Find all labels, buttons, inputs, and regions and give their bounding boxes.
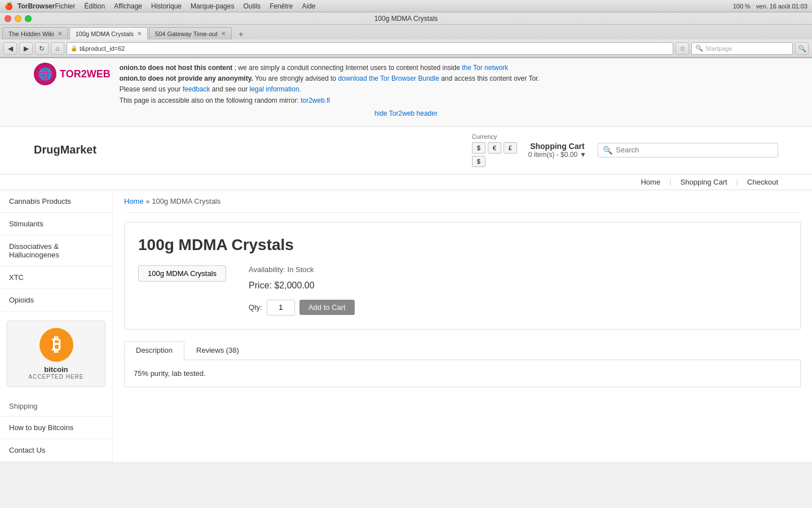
download-link[interactable]: download the Tor Browser Bundle xyxy=(338,75,439,82)
close-button[interactable] xyxy=(5,15,11,22)
sidebar-shipping[interactable]: Shipping xyxy=(0,396,112,417)
bitcoin-icon: ₿ xyxy=(39,328,73,362)
qty-input[interactable] xyxy=(267,300,295,316)
nav-home[interactable]: Home xyxy=(641,178,660,186)
menu-affichage[interactable]: Affichage xyxy=(114,2,142,10)
add-to-cart-button[interactable]: Add to Cart xyxy=(299,300,355,315)
banner-line2: onion.to does not provide any anonymity.… xyxy=(120,73,778,84)
tab-mdma-crystals[interactable]: 100g MDMA Crystals ✕ xyxy=(69,27,148,40)
tab-label: 100g MDMA Crystals xyxy=(76,30,134,37)
tab-close-icon[interactable]: ✕ xyxy=(221,30,226,37)
product-info: Availability: In Stock Price: $2,000.00 … xyxy=(249,265,787,316)
search-go-button[interactable]: 🔍 xyxy=(795,42,809,55)
cart-dropdown-icon[interactable]: ▼ xyxy=(580,151,586,159)
globe-icon: 🌐 xyxy=(34,63,56,85)
hide-header-area: hide Tor2web header xyxy=(34,106,778,121)
breadcrumb-home[interactable]: Home xyxy=(124,197,144,205)
sidebar-item-opioids[interactable]: Opioids xyxy=(0,289,112,312)
tor2web-banner: 🌐 TOR2WEB onion.to does not host this co… xyxy=(0,58,812,126)
menu-edition[interactable]: Édition xyxy=(84,2,105,10)
mirror-text: This page is accessible also on the foll… xyxy=(120,97,301,104)
search-area[interactable]: 🔍 xyxy=(598,143,778,157)
shopping-cart-area: Shopping Cart 0 item(s) - $0.00 ▼ xyxy=(528,142,586,159)
banner-line1: onion.to does not host this content ; we… xyxy=(120,63,778,73)
tor-network-link[interactable]: the Tor network xyxy=(462,64,508,72)
lock-icon: 🔒 xyxy=(70,45,77,51)
sidebar-item-dissociatives[interactable]: Dissociatives & Hallucinogenes xyxy=(0,235,112,266)
store-content: DrugMarket Currency $ € £ $ Shopping Car… xyxy=(0,126,812,462)
tab-close-icon[interactable]: ✕ xyxy=(58,30,62,37)
menu-outils[interactable]: Outils xyxy=(243,2,261,10)
hide-header-link[interactable]: hide Tor2web header xyxy=(374,110,438,117)
currency-selected[interactable]: $ xyxy=(472,156,486,167)
back-button[interactable]: ◀ xyxy=(3,42,17,55)
search-input[interactable] xyxy=(616,146,773,154)
tab-description[interactable]: Description xyxy=(124,341,184,360)
mac-os-bar: 🍎 TorBrowser Fichier Édition Affichage H… xyxy=(0,0,812,12)
mirror-link[interactable]: tor2web.fi xyxy=(301,97,330,104)
sidebar-item-cannabis[interactable]: Cannabis Products xyxy=(0,190,112,213)
bookmark-button[interactable]: ☆ xyxy=(676,42,689,55)
sidebar: Cannabis Products Stimulants Dissociativ… xyxy=(0,190,113,462)
window-title-bar: 100g MDMA Crystals xyxy=(0,12,812,25)
tor2web-logo: 🌐 TOR2WEB xyxy=(34,63,111,85)
sidebar-how-to-buy[interactable]: How to buy Bitcoins xyxy=(0,417,112,439)
product-option-button[interactable]: 100g MDMA Crystals xyxy=(138,265,226,282)
tor2web-brand: TOR2WEB xyxy=(60,66,111,82)
search-icon: 🔍 xyxy=(603,146,612,155)
menu-historique[interactable]: Historique xyxy=(151,2,182,10)
refresh-button[interactable]: ↻ xyxy=(35,42,48,55)
menu-fichier[interactable]: Fichier xyxy=(55,2,75,10)
currency-gbp[interactable]: £ xyxy=(504,142,517,154)
legal-prefix: and see our xyxy=(212,85,250,93)
availability-label: Availability: xyxy=(249,265,285,274)
url-text: t&product_id=62 xyxy=(80,45,125,52)
product-detail: 100g MDMA Crystals Availability: In Stoc… xyxy=(138,265,787,316)
browser-search-bar[interactable]: 🔍 Startpage xyxy=(691,42,793,55)
nav-checkout[interactable]: Checkout xyxy=(747,178,778,186)
banner-line3: Please send us your feedback and see our… xyxy=(120,84,778,95)
sidebar-item-xtc[interactable]: XTC xyxy=(0,266,112,289)
maximize-button[interactable] xyxy=(25,15,32,22)
product-container: 100g MDMA Crystals 100g MDMA Crystals Av… xyxy=(124,222,801,330)
price-amount: $2,000.00 xyxy=(274,281,314,290)
nav-shopping-cart[interactable]: Shopping Cart xyxy=(681,178,727,186)
menu-marque-pages[interactable]: Marque-pages xyxy=(191,2,234,10)
currency-eur[interactable]: € xyxy=(488,142,501,154)
description-text: 75% purity, lab tested. xyxy=(134,369,791,378)
shopping-cart-title: Shopping Cart xyxy=(528,142,586,151)
conduit-text: ; we are simply a conduit connecting Int… xyxy=(235,64,462,72)
window-controls[interactable] xyxy=(5,15,32,22)
apple-icon[interactable]: 🍎 xyxy=(5,2,13,10)
tor2web-logo-area: 🌐 TOR2WEB onion.to does not host this co… xyxy=(34,63,778,106)
new-tab-button[interactable]: + xyxy=(235,29,247,40)
sidebar-contact-us[interactable]: Contact Us xyxy=(0,439,112,462)
tab-gateway-timeout[interactable]: 504 Gateway Time-out ✕ xyxy=(149,27,232,40)
breadcrumb: Home » 100g MDMA Crystals xyxy=(124,190,801,213)
feedback-link[interactable]: feedback xyxy=(183,85,210,93)
banner-text: onion.to does not host this content ; we… xyxy=(120,63,778,106)
tab-content-description: 75% purity, lab tested. xyxy=(124,360,801,387)
tab-hidden-wiki[interactable]: The Hidden Wiki ✕ xyxy=(2,27,68,40)
forward-button[interactable]: ▶ xyxy=(19,42,33,55)
datetime: ven. 16 août 01:03 xyxy=(756,3,807,10)
price-label: Price: xyxy=(249,281,272,290)
legal-link[interactable]: legal information xyxy=(250,85,299,93)
cart-count: 0 item(s) - $0.00 xyxy=(528,151,577,159)
minimize-button[interactable] xyxy=(15,15,21,22)
menu-aide[interactable]: Aide xyxy=(302,2,315,10)
menu-fenetre[interactable]: Fenêtre xyxy=(270,2,293,10)
store-header: DrugMarket Currency $ € £ $ Shopping Car… xyxy=(0,126,812,174)
window-title: 100g MDMA Crystals xyxy=(374,15,438,23)
no-anonymity-text: onion.to does not provide any anonymity. xyxy=(120,75,253,82)
bitcoin-badge: ₿ bitcoin ACCEPTED HERE xyxy=(7,321,105,387)
tab-close-icon[interactable]: ✕ xyxy=(137,30,142,37)
home-button[interactable]: ⌂ xyxy=(51,42,64,55)
tab-reviews[interactable]: Reviews (38) xyxy=(184,341,251,360)
qty-row: Qty: Add to Cart xyxy=(249,300,787,316)
breadcrumb-current: 100g MDMA Crystals xyxy=(152,197,220,205)
advised-text: You are strongly advised to xyxy=(255,75,338,82)
currency-usd[interactable]: $ xyxy=(472,142,486,154)
sidebar-item-stimulants[interactable]: Stimulants xyxy=(0,213,112,235)
address-bar[interactable]: 🔒 t&product_id=62 xyxy=(67,42,673,55)
